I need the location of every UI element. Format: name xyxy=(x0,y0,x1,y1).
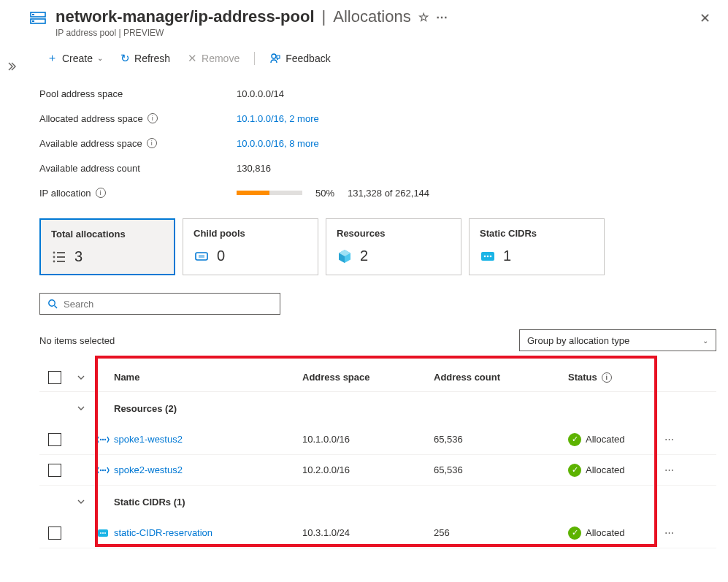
svg-rect-8 xyxy=(57,256,65,258)
status-text: Allocated xyxy=(586,527,624,538)
favorite-star-icon[interactable]: ☆ xyxy=(418,10,429,24)
address-space-value: 10.3.1.0/24 xyxy=(302,527,434,538)
vnet-icon xyxy=(92,433,114,446)
card-resources[interactable]: Resources 2 xyxy=(326,218,461,275)
info-icon[interactable]: i xyxy=(147,113,158,123)
chevron-down-icon: ⌄ xyxy=(702,337,708,345)
group-label: Static CIDRs (1) xyxy=(114,497,185,508)
chevron-down-icon[interactable] xyxy=(70,497,92,506)
remove-icon: ✕ xyxy=(188,52,197,65)
card-static-cidrs[interactable]: Static CIDRs 1 xyxy=(469,218,605,275)
select-all-checkbox[interactable] xyxy=(48,371,61,384)
pool-address-space-label: Pool address space xyxy=(39,88,237,99)
svg-rect-3 xyxy=(32,20,34,22)
svg-point-28 xyxy=(104,532,106,534)
table-row[interactable]: spoke2-westus2 10.2.0.0/16 65,536 ✓ Allo… xyxy=(39,455,716,486)
chevron-down-icon[interactable] xyxy=(70,404,92,413)
svg-point-15 xyxy=(487,255,489,257)
info-icon[interactable]: i xyxy=(96,188,106,198)
search-icon xyxy=(47,299,58,309)
child-pool-icon xyxy=(194,248,210,264)
svg-point-20 xyxy=(102,438,104,440)
column-address-space[interactable]: Address space xyxy=(302,372,434,383)
row-checkbox[interactable] xyxy=(48,433,61,446)
collapse-all-toggle[interactable] xyxy=(70,373,92,382)
group-row-resources[interactable]: Resources (2) xyxy=(39,392,716,424)
static-cidr-icon xyxy=(92,527,114,540)
progress-fill xyxy=(237,191,269,195)
svg-point-4 xyxy=(272,54,276,58)
table-row[interactable]: static-CIDR-reservation 10.3.1.0/24 256 … xyxy=(39,518,716,548)
svg-point-9 xyxy=(53,260,55,262)
svg-rect-2 xyxy=(32,14,34,15)
svg-point-26 xyxy=(100,532,101,534)
group-by-dropdown[interactable]: Group by allocation type ⌄ xyxy=(519,329,716,351)
column-status[interactable]: Status xyxy=(568,372,597,383)
create-button[interactable]: ＋ Create ⌄ xyxy=(39,48,110,68)
info-icon[interactable]: i xyxy=(147,138,157,148)
status-text: Allocated xyxy=(586,464,624,475)
search-box[interactable] xyxy=(39,293,280,315)
svg-point-21 xyxy=(104,438,106,440)
status-badge: ✓ Allocated xyxy=(568,527,624,540)
success-icon: ✓ xyxy=(568,433,581,446)
address-count-value: 256 xyxy=(434,527,568,538)
plus-icon: ＋ xyxy=(47,51,58,65)
status-text: Allocated xyxy=(586,434,624,445)
svg-point-14 xyxy=(484,255,486,257)
available-address-space-link[interactable]: 10.0.0.0/16, 8 more xyxy=(237,138,319,149)
resource-subtitle: IP address pool | PREVIEW xyxy=(55,28,694,38)
resource-link[interactable]: spoke2-westus2 xyxy=(114,464,302,475)
card-count: 1 xyxy=(503,248,511,264)
row-checkbox[interactable] xyxy=(48,527,61,540)
group-by-value: Group by allocation type xyxy=(527,335,629,346)
address-space-value: 10.2.0.0/16 xyxy=(302,464,434,475)
more-actions-icon[interactable]: ⋯ xyxy=(436,10,448,24)
card-title: Resources xyxy=(337,228,451,239)
resource-cube-icon xyxy=(337,248,353,264)
svg-point-24 xyxy=(104,469,106,470)
info-icon[interactable]: i xyxy=(602,372,612,383)
feedback-label: Feedback xyxy=(286,53,330,64)
list-icon xyxy=(51,249,67,265)
ip-allocation-percent: 50% xyxy=(315,188,334,199)
resource-link[interactable]: spoke1-westus2 xyxy=(114,434,302,445)
group-label: Resources (2) xyxy=(114,403,177,414)
refresh-icon: ↻ xyxy=(120,52,130,65)
page-section-title: Allocations xyxy=(333,7,410,26)
search-input[interactable] xyxy=(64,299,272,310)
group-row-static-cidrs[interactable]: Static CIDRs (1) xyxy=(39,486,716,518)
row-checkbox[interactable] xyxy=(48,464,61,477)
svg-rect-6 xyxy=(57,252,65,253)
column-address-count[interactable]: Address count xyxy=(434,372,568,383)
svg-point-7 xyxy=(53,256,55,258)
status-badge: ✓ Allocated xyxy=(568,433,624,446)
svg-point-19 xyxy=(100,438,101,440)
close-icon[interactable]: ✕ xyxy=(694,7,716,29)
feedback-button[interactable]: Feedback xyxy=(262,50,337,67)
svg-point-16 xyxy=(490,255,492,257)
card-total-allocations[interactable]: Total allocations 3 xyxy=(39,218,175,275)
row-more-icon[interactable]: ⋯ xyxy=(656,527,682,538)
toolbar-separator xyxy=(254,52,255,65)
row-more-icon[interactable]: ⋯ xyxy=(656,464,682,475)
svg-point-5 xyxy=(53,251,55,253)
feedback-icon xyxy=(269,53,281,64)
card-count: 0 xyxy=(217,248,225,264)
refresh-button[interactable]: ↻ Refresh xyxy=(113,49,177,68)
card-count: 2 xyxy=(360,248,368,264)
row-more-icon[interactable]: ⋯ xyxy=(656,434,682,445)
table-row[interactable]: spoke1-westus2 10.1.0.0/16 65,536 ✓ Allo… xyxy=(39,424,716,455)
expand-rail-icon[interactable] xyxy=(6,61,16,72)
create-label: Create xyxy=(62,53,93,64)
resource-link[interactable]: static-CIDR-reservation xyxy=(114,527,302,538)
ip-allocation-progress xyxy=(237,191,302,195)
ip-pool-icon xyxy=(29,10,48,29)
card-child-pools[interactable]: Child pools 0 xyxy=(183,218,318,275)
svg-rect-12 xyxy=(199,255,204,258)
column-name[interactable]: Name xyxy=(114,372,302,383)
allocated-address-space-link[interactable]: 10.1.0.0/16, 2 more xyxy=(237,113,319,124)
vnet-icon xyxy=(92,464,114,477)
address-space-value: 10.1.0.0/16 xyxy=(302,434,434,445)
remove-button: ✕ Remove xyxy=(180,49,247,68)
